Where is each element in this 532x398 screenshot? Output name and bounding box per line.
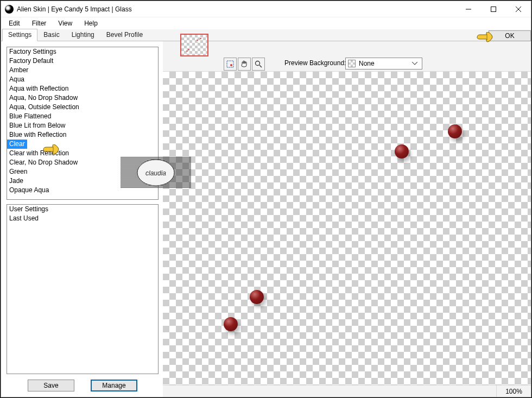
preset-blue-with-reflection[interactable]: Blue with Reflection — [7, 130, 158, 140]
svg-line-7 — [259, 65, 262, 67]
preset-clear-no-drop-shadow[interactable]: Clear, No Drop Shadow — [7, 158, 158, 167]
zoom-level[interactable]: 100% — [496, 386, 531, 397]
preview-object — [448, 124, 462, 138]
transparency-swatch-icon — [348, 60, 356, 67]
settings-pane: Factory Settings Factory Default Amber A… — [1, 41, 163, 397]
menubar: Edit Filter View Help — [1, 17, 531, 29]
app-icon — [5, 5, 14, 14]
menu-view[interactable]: View — [53, 18, 78, 28]
tab-settings[interactable]: Settings — [2, 29, 37, 41]
preview-background-value: None — [359, 60, 375, 67]
save-button[interactable]: Save — [28, 380, 74, 391]
tab-basic[interactable]: Basic — [37, 29, 65, 41]
manage-button[interactable]: Manage — [91, 380, 137, 391]
zoom-tool-icon[interactable] — [252, 58, 265, 71]
user-settings-list[interactable]: User Settings Last Used — [7, 204, 159, 374]
svg-point-6 — [256, 61, 260, 66]
client-area: Factory Settings Factory Default Amber A… — [1, 41, 531, 397]
preset-blue-flattened[interactable]: Blue Flattened — [7, 112, 158, 121]
tab-lighting[interactable]: Lighting — [66, 29, 100, 41]
svg-rect-1 — [491, 7, 496, 11]
preview-toolstrip: Preview Background: None — [163, 41, 531, 72]
user-settings-header: User Settings — [7, 205, 158, 214]
ok-button[interactable]: OK — [489, 30, 531, 41]
chevron-down-icon — [410, 58, 420, 69]
titlebar: Alien Skin | Eye Candy 5 Impact | Glass — [1, 1, 531, 17]
maximize-button[interactable] — [481, 1, 506, 17]
preset-opaque-aqua[interactable]: Opaque Aqua — [7, 186, 158, 195]
preview-background-select[interactable]: None — [345, 58, 422, 70]
minimize-button[interactable] — [456, 1, 481, 17]
navigator-thumbnail[interactable] — [180, 34, 208, 56]
preset-buttons: Save Manage — [7, 380, 159, 391]
menu-edit[interactable]: Edit — [3, 18, 26, 28]
marquee-tool-icon[interactable] — [224, 58, 237, 71]
hand-tool-icon[interactable] — [238, 58, 251, 71]
preset-aqua-with-reflection[interactable]: Aqua with Reflection — [7, 84, 158, 93]
tabstrip: Settings Basic Lighting Bevel Profile — [1, 29, 531, 41]
svg-rect-4 — [227, 61, 233, 67]
menu-help[interactable]: Help — [79, 18, 103, 28]
preview-object — [224, 317, 238, 331]
preview-canvas[interactable] — [163, 72, 531, 385]
preset-aqua-outside-selection[interactable]: Aqua, Outside Selection — [7, 103, 158, 112]
preset-amber[interactable]: Amber — [7, 66, 158, 75]
svg-point-5 — [230, 64, 232, 66]
preset-aqua[interactable]: Aqua — [7, 75, 158, 84]
window-title: Alien Skin | Eye Candy 5 Impact | Glass — [17, 5, 132, 13]
preview-object — [395, 144, 409, 159]
preset-clear-with-reflection[interactable]: Clear with Reflection — [7, 149, 158, 158]
preview-pane: OK Cancel — [163, 41, 531, 397]
preset-aqua-no-drop-shadow[interactable]: Aqua, No Drop Shadow — [7, 93, 158, 103]
menu-filter[interactable]: Filter — [27, 18, 52, 28]
preset-green[interactable]: Green — [7, 167, 158, 176]
preset-last-used[interactable]: Last Used — [7, 214, 158, 223]
preset-clear[interactable]: Clear — [7, 140, 27, 149]
preset-blue-lit-from-below[interactable]: Blue Lit from Below — [7, 121, 158, 130]
preview-object — [250, 290, 264, 304]
app-window: Alien Skin | Eye Candy 5 Impact | Glass … — [1, 1, 531, 397]
close-button[interactable] — [506, 1, 531, 17]
factory-settings-list[interactable]: Factory Settings Factory Default Amber A… — [7, 47, 159, 200]
statusbar: 100% — [163, 385, 531, 397]
factory-settings-header: Factory Settings — [7, 47, 158, 56]
preview-background-label: Preview Background: — [284, 59, 346, 67]
tab-bevel-profile[interactable]: Bevel Profile — [100, 29, 149, 41]
preset-jade[interactable]: Jade — [7, 176, 158, 186]
preset-factory-default[interactable]: Factory Default — [7, 56, 158, 66]
